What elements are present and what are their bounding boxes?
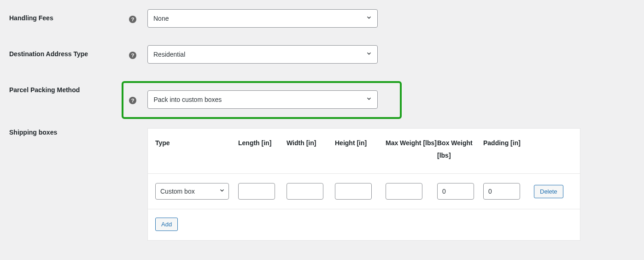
th-box-weight: Box Weight [lbs] <box>437 137 483 161</box>
th-width: Width [in] <box>287 137 335 161</box>
parcel-packing-method-select[interactable]: Pack into custom boxes <box>147 90 378 109</box>
destination-address-type-label: Destination Address Type <box>9 50 88 58</box>
th-padding: Padding [in] <box>483 137 534 161</box>
handling-fees-label: Handling Fees <box>9 14 53 22</box>
destination-address-type-select[interactable]: Residential <box>147 45 378 64</box>
shipping-boxes-label: Shipping boxes <box>9 129 57 136</box>
table-footer: Add <box>148 209 580 240</box>
height-input[interactable] <box>335 183 372 200</box>
box-weight-input[interactable] <box>437 183 474 200</box>
th-height: Height [in] <box>335 137 386 161</box>
th-length: Length [in] <box>238 137 287 161</box>
table-row: Custom box <box>148 173 580 209</box>
table-header: Type Length [in] Width [in] Height [in] … <box>148 129 580 173</box>
handling-fees-select[interactable]: None <box>147 9 378 28</box>
box-type-select[interactable]: Custom box <box>155 183 229 200</box>
max-weight-input[interactable] <box>386 183 422 200</box>
delete-button[interactable]: Delete <box>534 185 563 198</box>
padding-input[interactable] <box>483 183 520 200</box>
th-type: Type <box>155 137 238 161</box>
help-icon[interactable]: ? <box>129 16 136 23</box>
shipping-boxes-table: Type Length [in] Width [in] Height [in] … <box>147 128 580 241</box>
highlight-box: ? Pack into custom boxes <box>122 81 402 119</box>
parcel-packing-method-label: Parcel Packing Method <box>9 86 80 94</box>
add-button[interactable]: Add <box>155 218 178 231</box>
length-input[interactable] <box>238 183 275 200</box>
th-max-weight: Max Weight [lbs] <box>386 137 437 161</box>
help-icon[interactable]: ? <box>129 97 136 104</box>
help-icon[interactable]: ? <box>129 52 136 59</box>
width-input[interactable] <box>287 183 323 200</box>
